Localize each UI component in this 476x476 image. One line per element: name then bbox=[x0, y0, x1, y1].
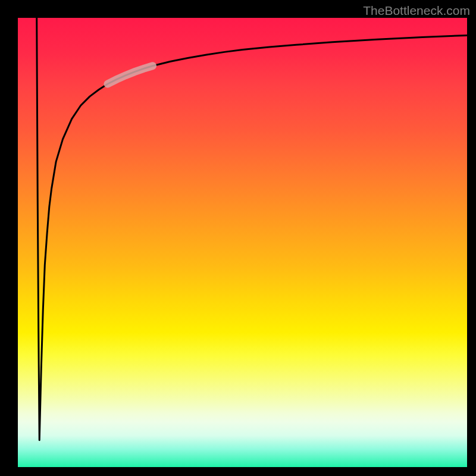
plot-area bbox=[18, 18, 467, 467]
gradient-background bbox=[18, 18, 467, 467]
attribution-text: TheBottleneck.com bbox=[363, 4, 470, 18]
chart-container: TheBottleneck.com bbox=[0, 0, 476, 476]
